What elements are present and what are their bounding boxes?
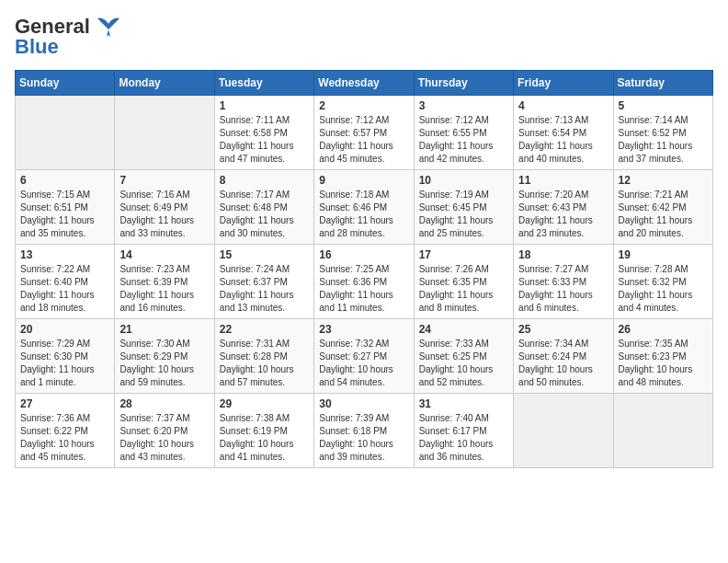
calendar-cell: 20Sunrise: 7:29 AMSunset: 6:30 PMDayligh… — [16, 319, 115, 394]
day-info: Sunrise: 7:40 AMSunset: 6:17 PMDaylight:… — [419, 412, 508, 464]
day-number: 31 — [419, 397, 508, 410]
calendar-cell: 31Sunrise: 7:40 AMSunset: 6:17 PMDayligh… — [414, 394, 513, 468]
day-info: Sunrise: 7:20 AMSunset: 6:43 PMDaylight:… — [518, 189, 608, 240]
day-info: Sunrise: 7:22 AMSunset: 6:40 PMDaylight:… — [20, 263, 109, 315]
day-info: Sunrise: 7:17 AMSunset: 6:48 PMDaylight:… — [220, 189, 309, 240]
calendar-cell — [613, 394, 712, 468]
calendar-cell: 3Sunrise: 7:12 AMSunset: 6:55 PMDaylight… — [414, 96, 513, 170]
day-number: 30 — [319, 397, 408, 410]
day-number: 22 — [220, 323, 309, 336]
calendar-cell: 2Sunrise: 7:12 AMSunset: 6:57 PMDaylight… — [314, 96, 414, 170]
day-number: 11 — [518, 174, 608, 187]
calendar-cell: 14Sunrise: 7:23 AMSunset: 6:39 PMDayligh… — [115, 245, 214, 319]
calendar-cell: 28Sunrise: 7:37 AMSunset: 6:20 PMDayligh… — [115, 394, 214, 468]
day-info: Sunrise: 7:21 AMSunset: 6:42 PMDaylight:… — [619, 189, 708, 240]
day-number: 25 — [518, 323, 608, 336]
day-info: Sunrise: 7:23 AMSunset: 6:39 PMDaylight:… — [119, 263, 209, 315]
calendar-cell: 23Sunrise: 7:32 AMSunset: 6:27 PMDayligh… — [314, 319, 414, 394]
day-number: 18 — [518, 248, 608, 261]
calendar-cell: 22Sunrise: 7:31 AMSunset: 6:28 PMDayligh… — [214, 319, 313, 394]
day-number: 15 — [220, 248, 309, 261]
day-number: 21 — [119, 323, 209, 336]
calendar-week-1: 1Sunrise: 7:11 AMSunset: 6:58 PMDaylight… — [16, 96, 713, 170]
calendar-cell: 4Sunrise: 7:13 AMSunset: 6:54 PMDaylight… — [514, 96, 613, 170]
column-header-wednesday: Wednesday — [314, 71, 414, 96]
day-info: Sunrise: 7:35 AMSunset: 6:23 PMDaylight:… — [619, 338, 708, 389]
calendar-cell: 6Sunrise: 7:15 AMSunset: 6:51 PMDaylight… — [16, 170, 115, 245]
day-number: 1 — [220, 99, 309, 112]
calendar-cell: 29Sunrise: 7:38 AMSunset: 6:19 PMDayligh… — [214, 394, 313, 468]
calendar-week-4: 20Sunrise: 7:29 AMSunset: 6:30 PMDayligh… — [16, 319, 713, 394]
day-number: 7 — [119, 174, 209, 187]
calendar-cell: 15Sunrise: 7:24 AMSunset: 6:37 PMDayligh… — [214, 245, 313, 319]
calendar-week-2: 6Sunrise: 7:15 AMSunset: 6:51 PMDaylight… — [16, 170, 713, 245]
calendar-cell — [16, 96, 115, 170]
day-info: Sunrise: 7:26 AMSunset: 6:35 PMDaylight:… — [419, 263, 508, 315]
day-number: 16 — [319, 248, 408, 261]
page-header: General Blue — [15, 15, 713, 59]
column-header-tuesday: Tuesday — [214, 71, 313, 96]
calendar-cell: 1Sunrise: 7:11 AMSunset: 6:58 PMDaylight… — [214, 96, 313, 170]
calendar-cell — [514, 394, 613, 468]
calendar-week-3: 13Sunrise: 7:22 AMSunset: 6:40 PMDayligh… — [16, 245, 713, 319]
logo-bird-icon — [94, 17, 123, 37]
logo: General Blue — [15, 15, 123, 59]
calendar-cell: 7Sunrise: 7:16 AMSunset: 6:49 PMDaylight… — [115, 170, 214, 245]
calendar-table: SundayMondayTuesdayWednesdayThursdayFrid… — [15, 70, 713, 468]
day-number: 8 — [220, 174, 309, 187]
day-number: 28 — [119, 397, 209, 410]
day-number: 27 — [20, 397, 109, 410]
calendar-cell: 11Sunrise: 7:20 AMSunset: 6:43 PMDayligh… — [514, 170, 613, 245]
day-info: Sunrise: 7:25 AMSunset: 6:36 PMDaylight:… — [319, 263, 408, 315]
day-number: 3 — [419, 99, 508, 112]
day-number: 9 — [319, 174, 408, 187]
day-number: 29 — [220, 397, 309, 410]
calendar-cell: 26Sunrise: 7:35 AMSunset: 6:23 PMDayligh… — [613, 319, 712, 394]
day-number: 4 — [518, 99, 608, 112]
calendar-cell: 24Sunrise: 7:33 AMSunset: 6:25 PMDayligh… — [414, 319, 513, 394]
day-number: 2 — [319, 99, 408, 112]
calendar-cell: 9Sunrise: 7:18 AMSunset: 6:46 PMDaylight… — [314, 170, 414, 245]
calendar-cell: 13Sunrise: 7:22 AMSunset: 6:40 PMDayligh… — [16, 245, 115, 319]
day-info: Sunrise: 7:37 AMSunset: 6:20 PMDaylight:… — [119, 412, 209, 464]
day-number: 10 — [419, 174, 508, 187]
calendar-cell: 5Sunrise: 7:14 AMSunset: 6:52 PMDaylight… — [613, 96, 712, 170]
day-info: Sunrise: 7:19 AMSunset: 6:45 PMDaylight:… — [419, 189, 508, 240]
column-header-friday: Friday — [514, 71, 613, 96]
day-info: Sunrise: 7:24 AMSunset: 6:37 PMDaylight:… — [220, 263, 309, 315]
day-number: 26 — [619, 323, 708, 336]
day-info: Sunrise: 7:38 AMSunset: 6:19 PMDaylight:… — [220, 412, 309, 464]
day-number: 19 — [619, 248, 708, 261]
day-info: Sunrise: 7:12 AMSunset: 6:57 PMDaylight:… — [319, 114, 408, 166]
day-info: Sunrise: 7:16 AMSunset: 6:49 PMDaylight:… — [119, 189, 209, 240]
calendar-cell: 25Sunrise: 7:34 AMSunset: 6:24 PMDayligh… — [514, 319, 613, 394]
day-info: Sunrise: 7:33 AMSunset: 6:25 PMDaylight:… — [419, 338, 508, 389]
day-number: 23 — [319, 323, 408, 336]
logo-blue-text: Blue — [15, 35, 59, 59]
day-info: Sunrise: 7:28 AMSunset: 6:32 PMDaylight:… — [619, 263, 708, 315]
day-info: Sunrise: 7:30 AMSunset: 6:29 PMDaylight:… — [119, 338, 209, 389]
day-info: Sunrise: 7:18 AMSunset: 6:46 PMDaylight:… — [319, 189, 408, 240]
day-info: Sunrise: 7:32 AMSunset: 6:27 PMDaylight:… — [319, 338, 408, 389]
calendar-cell: 27Sunrise: 7:36 AMSunset: 6:22 PMDayligh… — [16, 394, 115, 468]
day-number: 13 — [20, 248, 109, 261]
day-info: Sunrise: 7:13 AMSunset: 6:54 PMDaylight:… — [518, 114, 608, 166]
day-info: Sunrise: 7:15 AMSunset: 6:51 PMDaylight:… — [20, 189, 109, 240]
day-number: 14 — [119, 248, 209, 261]
day-number: 20 — [20, 323, 109, 336]
calendar-cell: 19Sunrise: 7:28 AMSunset: 6:32 PMDayligh… — [613, 245, 712, 319]
calendar-week-5: 27Sunrise: 7:36 AMSunset: 6:22 PMDayligh… — [16, 394, 713, 468]
day-number: 5 — [619, 99, 708, 112]
day-info: Sunrise: 7:36 AMSunset: 6:22 PMDaylight:… — [20, 412, 109, 464]
calendar-cell: 10Sunrise: 7:19 AMSunset: 6:45 PMDayligh… — [414, 170, 513, 245]
day-info: Sunrise: 7:39 AMSunset: 6:18 PMDaylight:… — [319, 412, 408, 464]
day-info: Sunrise: 7:31 AMSunset: 6:28 PMDaylight:… — [220, 338, 309, 389]
day-info: Sunrise: 7:11 AMSunset: 6:58 PMDaylight:… — [220, 114, 309, 166]
day-info: Sunrise: 7:12 AMSunset: 6:55 PMDaylight:… — [419, 114, 508, 166]
day-info: Sunrise: 7:27 AMSunset: 6:33 PMDaylight:… — [518, 263, 608, 315]
calendar-cell: 17Sunrise: 7:26 AMSunset: 6:35 PMDayligh… — [414, 245, 513, 319]
day-number: 24 — [419, 323, 508, 336]
day-info: Sunrise: 7:14 AMSunset: 6:52 PMDaylight:… — [619, 114, 708, 166]
calendar-cell: 16Sunrise: 7:25 AMSunset: 6:36 PMDayligh… — [314, 245, 414, 319]
day-info: Sunrise: 7:34 AMSunset: 6:24 PMDaylight:… — [518, 338, 608, 389]
